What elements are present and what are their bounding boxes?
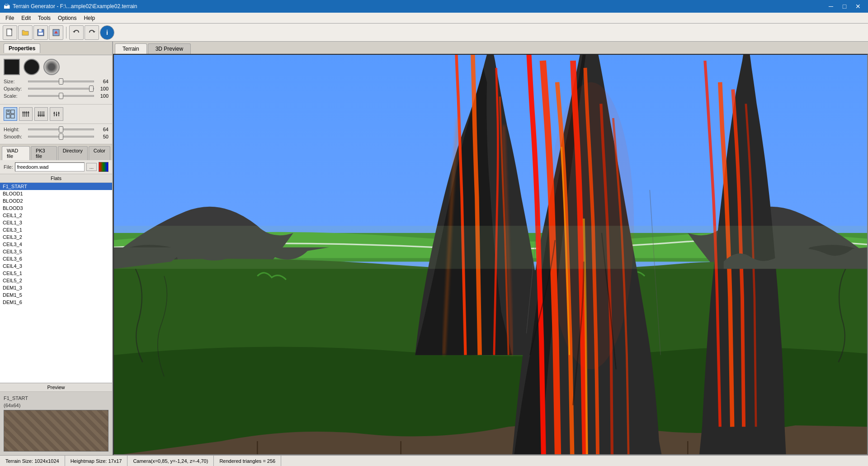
open-button[interactable] [18,25,33,40]
brush-circle-soft[interactable] [43,59,60,75]
scale-slider[interactable] [28,95,94,97]
flats-header: Flats [0,174,112,183]
flat-item[interactable]: DEM1_5 [0,291,112,299]
tab-color[interactable]: Color [89,146,110,160]
svg-marker-34 [53,112,55,114]
tab-pk3[interactable]: PK3 file [31,146,57,160]
viewport[interactable] [113,54,868,455]
height-slider-row: Height: 64 [4,127,108,132]
flat-item[interactable]: CEIL1_3 [0,219,112,226]
tab-3d-preview[interactable]: 3D Preview [148,43,191,54]
flat-item[interactable]: CEIL5_1 [0,270,112,277]
statusbar: Terrain Size: 1024x1024 Heightmap Size: … [0,455,868,466]
flat-item[interactable]: BLOOD3 [0,204,112,212]
smooth-slider-row: Smooth: 50 [4,134,108,139]
flat-item[interactable]: CEIL3_4 [0,241,112,248]
brush-circle-hard[interactable] [24,59,40,75]
svg-marker-22 [28,111,29,113]
brush-section: Size: 64 Opacity: 100 Scale: 100 [0,55,112,105]
flat-item[interactable]: F1_START [0,183,112,190]
tool-grid[interactable] [4,107,17,121]
size-label: Size: [4,79,26,84]
smooth-slider[interactable] [28,136,94,138]
flat-item[interactable]: CEIL1_2 [0,212,112,219]
tab-terrain[interactable]: Terrain [115,43,147,54]
undo-button[interactable] [69,25,84,40]
camera-status: Camera(x=0,85, y=-1,24, z=-4,70) [127,456,214,466]
tab-wad[interactable]: WAD file [2,146,30,160]
menu-edit[interactable]: Edit [18,13,34,23]
file-label: File: [4,164,13,170]
menu-file[interactable]: File [2,13,18,23]
file-browse-button[interactable]: ... [86,163,97,171]
height-slider[interactable] [28,128,94,130]
new-button[interactable] [3,25,17,40]
tool-raise-all[interactable] [19,107,33,121]
smooth-value: 50 [96,134,108,139]
brush-square[interactable] [4,59,20,75]
svg-rect-10 [11,110,14,114]
file-input[interactable] [15,162,85,171]
svg-rect-46 [114,226,867,269]
flat-item[interactable]: DEM1_6 [0,299,112,306]
properties-tab-header: Properties [0,42,112,55]
scale-label: Scale: [4,93,26,99]
redo-button[interactable] [85,25,99,40]
right-area: Terrain 3D Preview [113,42,868,455]
menu-tools[interactable]: Tools [34,13,54,23]
svg-rect-3 [39,29,42,32]
app-icon: 🏔 [4,3,10,10]
flat-item[interactable]: CEIL4_3 [0,262,112,270]
tab-directory[interactable]: Directory [58,146,88,160]
opacity-slider-row: Opacity: 100 [4,86,108,91]
flat-item[interactable]: DEM1_3 [0,284,112,291]
smooth-label: Smooth: [4,134,26,139]
close-button[interactable]: ✕ [852,0,864,13]
height-value: 64 [96,127,108,132]
flats-list[interactable]: F1_STARTBLOOD1BLOOD2BLOOD3CEIL1_2CEIL1_3… [0,183,112,383]
flat-item[interactable]: BLOOD2 [0,197,112,204]
minimize-button[interactable]: ─ [825,0,837,13]
svg-marker-30 [43,115,45,117]
svg-marker-28 [39,115,41,117]
file-row: File: ... [0,160,112,174]
properties-tab-button[interactable]: Properties [4,43,40,53]
opacity-value: 100 [96,86,108,91]
toolbar-separator-1 [66,27,66,38]
flat-item[interactable]: BLOOD1 [0,190,112,197]
tool-smooth[interactable] [50,107,63,121]
flat-item[interactable]: CEIL3_2 [0,233,112,241]
triangles-status: Rendered triangles = 256 [214,456,281,466]
terrain-size-status: Terrain Size: 1024x1024 [4,456,65,466]
save-button[interactable] [33,25,48,40]
brush-shapes [4,59,108,75]
menu-options[interactable]: Options [54,13,80,23]
preview-area: F1_START (64x64) [0,392,112,455]
svg-marker-7 [73,31,75,33]
titlebar-controls: ─ □ ✕ [825,0,864,13]
info-button[interactable]: i [100,25,114,40]
height-label: Height: [4,127,26,132]
tool-lower[interactable] [34,107,48,121]
opacity-slider[interactable] [28,88,94,90]
size-slider[interactable] [28,81,94,82]
preview-name: F1_START [4,395,108,401]
flat-item[interactable]: CEIL3_6 [0,255,112,262]
flat-item[interactable]: CEIL3_5 [0,248,112,255]
flat-item[interactable]: CEIL3_1 [0,226,112,233]
flat-item[interactable]: CEIL5_2 [0,277,112,284]
opacity-label: Opacity: [4,86,26,91]
flats-list-container: F1_STARTBLOOD1BLOOD2BLOOD3CEIL1_2CEIL1_3… [0,183,112,383]
color-picker-button[interactable] [99,162,108,172]
toolbar: i [0,24,868,42]
export-button[interactable] [49,25,63,40]
preview-canvas [4,410,108,452]
scale-slider-row: Scale: 100 [4,93,108,99]
maximize-button[interactable]: □ [838,0,851,13]
scene-svg [114,55,867,454]
tool-icons [0,105,112,124]
menu-help[interactable]: Help [80,13,99,23]
size-slider-row: Size: 64 [4,79,108,84]
main-layout: Properties Size: 64 [0,42,868,455]
svg-rect-12 [11,114,14,118]
